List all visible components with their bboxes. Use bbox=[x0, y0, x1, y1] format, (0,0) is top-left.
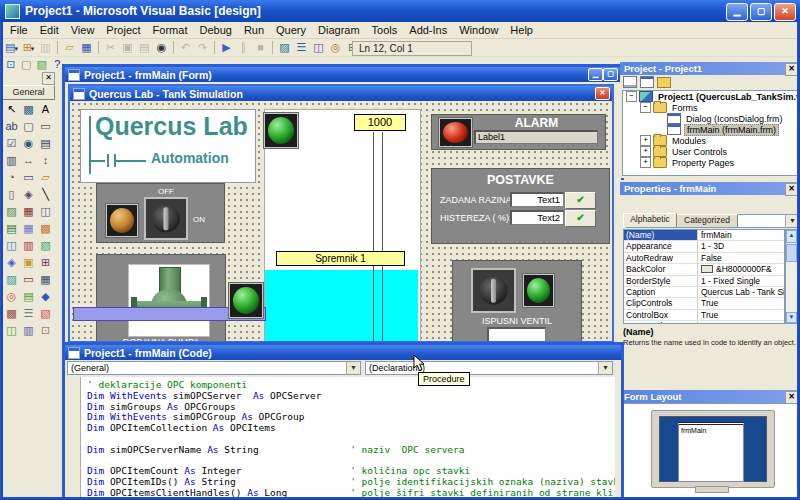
menu-window[interactable]: Window bbox=[453, 23, 504, 37]
menu-debug[interactable]: Debug bbox=[193, 23, 237, 37]
view-object-icon[interactable] bbox=[640, 76, 654, 88]
tool-updown-icon[interactable]: ◆ bbox=[37, 288, 54, 305]
tool-dirlistbox-icon[interactable]: ▱ bbox=[37, 169, 54, 186]
tab-categorized[interactable]: Categorized bbox=[676, 214, 738, 227]
minus-expander-icon[interactable]: − bbox=[640, 102, 651, 113]
tool-chart-icon[interactable]: ▭ bbox=[20, 271, 37, 288]
minimize-button[interactable]: ▁ bbox=[726, 3, 748, 21]
procedure-combo[interactable]: (Declarations)▼ bbox=[365, 361, 613, 375]
properties-window-icon[interactable]: ☰ bbox=[293, 40, 310, 55]
tool-commondialog-icon[interactable]: ◫ bbox=[3, 322, 20, 339]
tree-item[interactable]: +Property Pages bbox=[623, 157, 797, 168]
add-form-icon[interactable]: ▤▾ bbox=[3, 40, 20, 55]
property-row[interactable]: ClipControlsTrue bbox=[624, 298, 784, 309]
property-row[interactable]: AutoRedrawFalse bbox=[624, 253, 784, 264]
tool-listview-icon[interactable]: ▩ bbox=[37, 220, 54, 237]
menu-run[interactable]: Run bbox=[238, 23, 270, 37]
tool-treeview-icon[interactable]: ▦ bbox=[20, 220, 37, 237]
properties-panel-title[interactable]: Properties - frmMain✕ bbox=[620, 182, 800, 195]
setpoint-apply-button[interactable]: ✔ bbox=[565, 192, 596, 209]
save-project-icon[interactable]: ▦ bbox=[78, 40, 95, 55]
plus-expander-icon[interactable]: + bbox=[640, 146, 651, 157]
property-row[interactable]: ControlBoxTrue bbox=[624, 310, 784, 321]
tree-item[interactable]: frmMain (frmMain.frm) bbox=[623, 124, 797, 135]
add-project-icon[interactable]: ⊞▾ bbox=[20, 40, 37, 55]
project-panel-title[interactable]: Project - Project1✕ bbox=[620, 62, 800, 75]
toggle-folders-icon[interactable] bbox=[657, 77, 671, 88]
tree-item[interactable]: −Forms bbox=[623, 102, 797, 113]
scroll-up-icon[interactable]: ▲ bbox=[786, 230, 797, 243]
object-browser-icon[interactable]: ◎ bbox=[327, 40, 344, 55]
paste-icon[interactable]: ▤ bbox=[136, 40, 153, 55]
find-icon[interactable]: ◉ bbox=[153, 40, 170, 55]
tool-listbox-icon[interactable]: ▥ bbox=[3, 152, 20, 169]
tool-combobox-icon[interactable]: ▤ bbox=[37, 135, 54, 152]
form-window-title-bar[interactable]: Project1 - frmMain (Form) ▁ ▢ bbox=[65, 67, 621, 82]
mini-form[interactable]: frmMain bbox=[678, 422, 744, 482]
end-icon[interactable]: ■ bbox=[252, 40, 269, 55]
tool-monthview-icon[interactable]: ▩ bbox=[3, 305, 20, 322]
tool-adodata-icon[interactable]: ⊡ bbox=[37, 322, 54, 339]
chevron-down-icon[interactable]: ▼ bbox=[346, 362, 360, 374]
open-project-icon[interactable]: ▱ bbox=[61, 40, 78, 55]
tool-pointer-icon[interactable]: ↖ bbox=[3, 101, 20, 118]
undo-icon[interactable]: ↶ bbox=[177, 40, 194, 55]
tool-drivelistbox-icon[interactable]: ▭ bbox=[20, 169, 37, 186]
tool-shape-icon[interactable]: ◈ bbox=[20, 186, 37, 203]
redo-icon[interactable]: ↷ bbox=[194, 40, 211, 55]
tool-optionbutton-icon[interactable]: ◉ bbox=[20, 135, 37, 152]
menu-addins[interactable]: Add-Ins bbox=[403, 23, 453, 37]
object-combo[interactable]: (General)▼ bbox=[67, 361, 361, 375]
property-row[interactable]: (Name)frmMain bbox=[624, 230, 784, 241]
code-window-title-bar[interactable]: Project1 - frmMain (Code) bbox=[65, 345, 621, 360]
tool-label-icon[interactable]: A bbox=[37, 101, 54, 118]
property-row[interactable]: BackColor&H8000000F& bbox=[624, 264, 784, 275]
menu-project[interactable]: Project bbox=[100, 23, 146, 37]
property-row[interactable]: DrawMode13 - Copy Pen bbox=[624, 321, 784, 324]
tool-ole-icon[interactable]: ◫ bbox=[37, 203, 54, 220]
scrollbar-thumb[interactable] bbox=[786, 244, 797, 262]
tool-sysinfo-icon[interactable]: ▧ bbox=[37, 305, 54, 322]
tree-item[interactable]: Dialog (IconsDialog.frm) bbox=[623, 113, 797, 124]
quercus-form-close-icon[interactable]: ✕ bbox=[595, 87, 610, 100]
tool-textbox-icon[interactable]: ab bbox=[3, 118, 20, 135]
form-window-minimize-icon[interactable]: ▁ bbox=[588, 68, 603, 81]
tool-line-icon[interactable]: ╲ bbox=[37, 186, 54, 203]
tree-item[interactable]: +User Controls bbox=[623, 146, 797, 157]
form-window-maximize-icon[interactable]: ▢ bbox=[603, 68, 618, 81]
tool-checkbox-icon[interactable]: ☑ bbox=[3, 135, 20, 152]
tool-image-icon[interactable]: ▨ bbox=[3, 203, 20, 220]
code-editor[interactable]: ' deklaracije OPC komponentiDim WithEven… bbox=[65, 377, 615, 497]
app-title-bar[interactable]: Project1 - Microsoft Visual Basic [desig… bbox=[0, 0, 800, 22]
menu-diagram[interactable]: Diagram bbox=[312, 23, 366, 37]
project-explorer-icon[interactable]: ▨ bbox=[276, 40, 293, 55]
property-row[interactable]: Appearance1 - 3D bbox=[624, 241, 784, 252]
tool-flexgrid-icon[interactable]: ▦ bbox=[37, 271, 54, 288]
menu-tools[interactable]: Tools bbox=[366, 23, 404, 37]
quercus-form-title-bar[interactable]: Quercus Lab - Tank Simulation ✕ bbox=[70, 86, 612, 101]
property-row[interactable]: CaptionQuercus Lab - Tank Simulation bbox=[624, 287, 784, 298]
tool-animation-icon[interactable]: ▤ bbox=[20, 288, 37, 305]
close-button[interactable]: ✕ bbox=[774, 3, 796, 21]
tool-maskededit-icon[interactable]: ▨ bbox=[3, 271, 20, 288]
tool-picturebox-icon[interactable]: ▩ bbox=[20, 101, 37, 118]
copy-icon[interactable]: ▣ bbox=[119, 40, 136, 55]
toolbox-close-icon[interactable]: ✕ bbox=[42, 72, 55, 85]
tool-tabstrip-icon[interactable]: ▣ bbox=[20, 254, 37, 271]
menu-query[interactable]: Query bbox=[270, 23, 312, 37]
hysteresis-input[interactable]: Text2 bbox=[510, 210, 564, 225]
tool-toolbar-control-icon[interactable]: ◫ bbox=[3, 237, 20, 254]
cut-icon[interactable]: ✂ bbox=[102, 40, 119, 55]
menu-editor-icon[interactable]: ▥ bbox=[37, 40, 54, 55]
view-code-icon[interactable] bbox=[623, 76, 637, 88]
scroll-down-icon[interactable]: ▼ bbox=[786, 312, 797, 323]
start-icon[interactable]: ▶ bbox=[218, 40, 235, 55]
tool-imagelist-icon[interactable]: ▤ bbox=[3, 220, 20, 237]
plus-expander-icon[interactable]: + bbox=[640, 157, 651, 168]
plus-expander-icon[interactable]: + bbox=[640, 135, 651, 146]
form-layout-title[interactable]: Form Layout✕ bbox=[620, 390, 800, 403]
pump-rotary-switch[interactable] bbox=[144, 197, 188, 240]
tab-alphabetic[interactable]: Alphabetic bbox=[623, 213, 677, 227]
tool-winsock-icon[interactable]: ◎ bbox=[3, 288, 20, 305]
chevron-down-icon[interactable]: ▼ bbox=[598, 362, 612, 374]
